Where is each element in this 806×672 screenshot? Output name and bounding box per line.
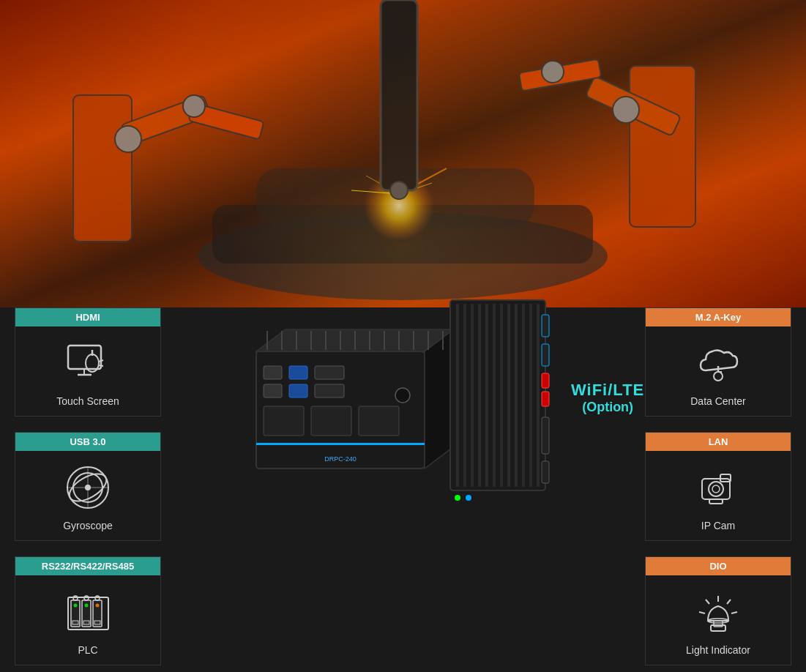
- svg-point-5: [183, 95, 205, 117]
- feature-header-hdmi: HDMI: [15, 308, 160, 326]
- feature-label-touchscreen: Touch Screen: [56, 395, 119, 407]
- svg-rect-1: [73, 95, 132, 242]
- touch-screen-icon: [62, 337, 113, 389]
- svg-rect-80: [68, 346, 101, 369]
- svg-point-103: [95, 603, 99, 607]
- svg-text:DRPC-240: DRPC-240: [324, 455, 357, 463]
- svg-rect-76: [542, 417, 549, 454]
- svg-rect-117: [711, 625, 725, 631]
- svg-rect-47: [264, 366, 282, 379]
- svg-rect-105: [83, 621, 89, 624]
- svg-rect-77: [542, 461, 549, 483]
- feature-header-rs232: RS232/RS422/RS485: [15, 557, 160, 575]
- svg-point-9: [613, 97, 639, 123]
- svg-point-102: [84, 603, 88, 607]
- svg-rect-50: [289, 384, 307, 397]
- svg-point-78: [455, 495, 460, 501]
- svg-point-113: [712, 485, 720, 493]
- feature-box-hdmi: HDMI Touch Screen: [15, 307, 161, 417]
- svg-rect-104: [72, 621, 78, 624]
- svg-line-85: [99, 360, 103, 362]
- feature-label-gyroscope: Gyroscope: [63, 520, 113, 531]
- svg-point-79: [466, 495, 471, 501]
- feature-label-ipcam: IP Cam: [701, 520, 735, 531]
- svg-rect-51: [315, 366, 344, 379]
- plc-icon: [62, 586, 113, 638]
- ip-cam-icon: [693, 462, 744, 513]
- svg-rect-49: [289, 366, 307, 379]
- svg-rect-72: [542, 315, 549, 337]
- svg-line-124: [699, 612, 705, 613]
- wifi-lte-label: WiFi/LTE (Option): [571, 381, 644, 416]
- svg-point-22: [390, 182, 408, 199]
- svg-line-122: [706, 600, 709, 604]
- svg-rect-57: [359, 406, 399, 436]
- gyroscope-icon: [62, 462, 113, 513]
- light-indicator-icon: [693, 586, 744, 638]
- device-image: DRPC-240: [227, 278, 593, 512]
- svg-point-112: [709, 482, 723, 496]
- svg-rect-58: [256, 443, 425, 445]
- feature-box-lan: LAN IP Cam: [645, 432, 791, 541]
- svg-rect-21: [381, 0, 417, 190]
- svg-line-86: [99, 365, 103, 366]
- data-center-icon: [693, 337, 744, 389]
- svg-point-107: [714, 372, 723, 381]
- feature-header-dio: DIO: [646, 557, 791, 575]
- svg-rect-73: [542, 344, 549, 366]
- feature-box-m2: M.2 A-Key Data Center: [645, 307, 791, 417]
- svg-rect-56: [311, 406, 351, 436]
- svg-rect-106: [94, 621, 100, 624]
- feature-box-usb: USB 3.0 Gyroscope: [15, 432, 161, 541]
- svg-line-121: [727, 600, 731, 604]
- feature-header-usb: USB 3.0: [15, 433, 160, 451]
- svg-point-10: [542, 61, 564, 83]
- feature-box-rs232: RS232/RS422/RS485 PLC: [15, 556, 161, 665]
- feature-label-datacenter: Data Center: [690, 395, 745, 407]
- svg-line-123: [731, 612, 737, 613]
- svg-rect-116: [709, 499, 723, 504]
- svg-point-53: [395, 388, 410, 403]
- feature-header-lan: LAN: [646, 433, 791, 451]
- svg-point-4: [115, 126, 141, 152]
- hero-background: [0, 0, 806, 307]
- svg-rect-74: [542, 373, 549, 388]
- svg-rect-75: [542, 392, 549, 406]
- feature-label-plc: PLC: [78, 644, 97, 656]
- svg-point-101: [73, 603, 77, 607]
- feature-box-dio: DIO Light Indicator: [645, 556, 791, 665]
- svg-rect-52: [315, 384, 344, 397]
- svg-rect-48: [264, 384, 282, 397]
- svg-rect-55: [264, 406, 304, 436]
- feature-header-m2: M.2 A-Key: [646, 308, 791, 326]
- svg-rect-6: [630, 66, 695, 227]
- feature-label-lightindicator: Light Indicator: [686, 644, 750, 656]
